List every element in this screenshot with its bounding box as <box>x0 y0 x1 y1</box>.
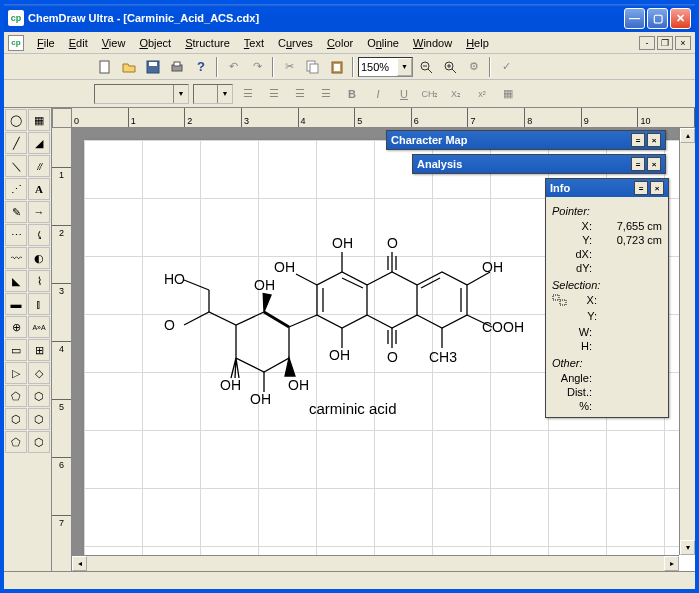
info-panel[interactable]: Info = × Pointer: X:7,655 cm Y:0,723 cm … <box>545 178 669 418</box>
doc-minimize-button[interactable]: - <box>639 36 655 50</box>
analysis-collapse-button[interactable]: = <box>631 157 645 171</box>
font-dropdown[interactable]: ▼ <box>94 84 189 104</box>
scrollbar-vertical[interactable]: ▴ ▾ <box>679 128 695 555</box>
dotted-bond-tool[interactable]: ⋯ <box>5 224 27 246</box>
align-justify-button[interactable]: ☰ <box>315 83 337 105</box>
titlebar: cp ChemDraw Ultra - [Carminic_Acid_ACS.c… <box>4 4 695 32</box>
ring-tool[interactable]: ⬡ <box>28 431 50 453</box>
multi-bond-tool[interactable]: ⫽ <box>28 155 50 177</box>
analysis-panel[interactable]: Analysis = × <box>412 154 666 174</box>
redo-button[interactable]: ↷ <box>246 56 268 78</box>
text-tool[interactable]: A <box>28 178 50 200</box>
pen-tool[interactable]: ✎ <box>5 201 27 223</box>
menu-file[interactable]: File <box>30 35 62 51</box>
svg-line-17 <box>184 280 209 290</box>
character-map-title[interactable]: Character Map = × <box>387 131 665 149</box>
orbital-tool[interactable]: ◐ <box>28 247 50 269</box>
menu-color[interactable]: Color <box>320 35 360 51</box>
dashed-bond-tool[interactable]: ⋰ <box>5 178 27 200</box>
wavy-tool[interactable]: ⌇ <box>28 270 50 292</box>
diamond-tool[interactable]: ◇ <box>28 362 50 384</box>
analysis-close-button[interactable]: × <box>647 157 661 171</box>
zoom-dropdown-btn[interactable]: ▼ <box>397 58 412 76</box>
doc-close-button[interactable]: × <box>675 36 691 50</box>
maximize-button[interactable]: ▢ <box>647 8 668 29</box>
scrollbar-horizontal[interactable]: ◂ ▸ <box>72 555 679 571</box>
align-center-button[interactable]: ☰ <box>263 83 285 105</box>
menu-text[interactable]: Text <box>237 35 271 51</box>
minimize-button[interactable]: — <box>624 8 645 29</box>
label-oh3: OH <box>288 377 309 393</box>
chemical-symbol-tool[interactable]: A»A <box>28 316 50 338</box>
help-button[interactable]: ? <box>190 56 212 78</box>
label-oh8: OH <box>482 259 503 275</box>
menu-structure[interactable]: Structure <box>178 35 237 51</box>
menu-curves[interactable]: Curves <box>271 35 320 51</box>
menu-object[interactable]: Object <box>132 35 178 51</box>
marquee-tool[interactable]: ▦ <box>28 109 50 131</box>
cut-button[interactable]: ✂ <box>278 56 300 78</box>
align-right-button[interactable]: ☰ <box>289 83 311 105</box>
copy-button[interactable] <box>302 56 324 78</box>
underline-button[interactable]: U <box>393 83 415 105</box>
symbol-button[interactable]: ▦ <box>497 83 519 105</box>
close-button[interactable]: ✕ <box>670 8 691 29</box>
ruler-vertical: 1234567 <box>52 128 72 571</box>
charmap-collapse-button[interactable]: = <box>631 133 645 147</box>
superscript-button[interactable]: x² <box>471 83 493 105</box>
info-title[interactable]: Info = × <box>546 179 668 197</box>
check-button[interactable]: ✓ <box>495 56 517 78</box>
lasso-tool[interactable]: ◯ <box>5 109 27 131</box>
italic-button[interactable]: I <box>367 83 389 105</box>
formula-button[interactable]: CH₂ <box>419 83 441 105</box>
analysis-title[interactable]: Analysis = × <box>413 155 665 173</box>
arc-tool[interactable]: ⤹ <box>28 224 50 246</box>
zoom-out-button[interactable] <box>415 56 437 78</box>
menu-edit[interactable]: Edit <box>62 35 95 51</box>
character-map-panel[interactable]: Character Map = × <box>386 130 666 150</box>
curve-tool[interactable]: 〰 <box>5 247 27 269</box>
zoom-dropdown[interactable]: ▼ <box>358 57 413 77</box>
cyclohexane-tool[interactable]: ⬡ <box>28 408 50 430</box>
zoom-in-button[interactable] <box>439 56 461 78</box>
bold-button[interactable]: B <box>341 83 363 105</box>
app-title: ChemDraw Ultra <box>28 12 114 24</box>
template-tool[interactable]: ⊞ <box>28 339 50 361</box>
paste-button[interactable] <box>326 56 348 78</box>
molecule-caption[interactable]: carminic acid <box>309 400 397 417</box>
arrow-tool[interactable]: → <box>28 201 50 223</box>
subscript-button[interactable]: X₂ <box>445 83 467 105</box>
tool-extra-button[interactable]: ⚙ <box>463 56 485 78</box>
save-button[interactable] <box>142 56 164 78</box>
menu-window[interactable]: Window <box>406 35 459 51</box>
svg-line-10 <box>428 69 432 73</box>
align-left-button[interactable]: ☰ <box>237 83 259 105</box>
label-oh1: OH <box>220 377 241 393</box>
benzene-tool[interactable]: ⬡ <box>5 408 27 430</box>
menu-view[interactable]: View <box>95 35 133 51</box>
new-button[interactable] <box>94 56 116 78</box>
print-button[interactable] <box>166 56 188 78</box>
hexagon-tool[interactable]: ⬡ <box>28 385 50 407</box>
bracket-tool[interactable]: ⊕ <box>5 316 27 338</box>
open-button[interactable] <box>118 56 140 78</box>
bond-tool[interactable]: ╱ <box>5 132 27 154</box>
undo-button[interactable]: ↶ <box>222 56 244 78</box>
hash-bond-tool[interactable]: ⫿ <box>28 293 50 315</box>
zoom-input[interactable] <box>359 61 397 73</box>
info-close-button[interactable]: × <box>650 181 664 195</box>
pentagon-tool[interactable]: ⬠ <box>5 385 27 407</box>
triangle-tool[interactable]: ▷ <box>5 362 27 384</box>
single-bond-tool[interactable]: ＼ <box>5 155 27 177</box>
bold-bond-tool[interactable]: ▬ <box>5 293 27 315</box>
tlc-tool[interactable]: ▭ <box>5 339 27 361</box>
eraser-tool[interactable]: ◢ <box>28 132 50 154</box>
size-dropdown[interactable]: ▼ <box>193 84 233 104</box>
charmap-close-button[interactable]: × <box>647 133 661 147</box>
doc-restore-button[interactable]: ❐ <box>657 36 673 50</box>
menu-online[interactable]: Online <box>360 35 406 51</box>
info-collapse-button[interactable]: = <box>634 181 648 195</box>
wedge-tool[interactable]: ◣ <box>5 270 27 292</box>
menu-help[interactable]: Help <box>459 35 496 51</box>
cyclopentane-tool[interactable]: ⬠ <box>5 431 27 453</box>
